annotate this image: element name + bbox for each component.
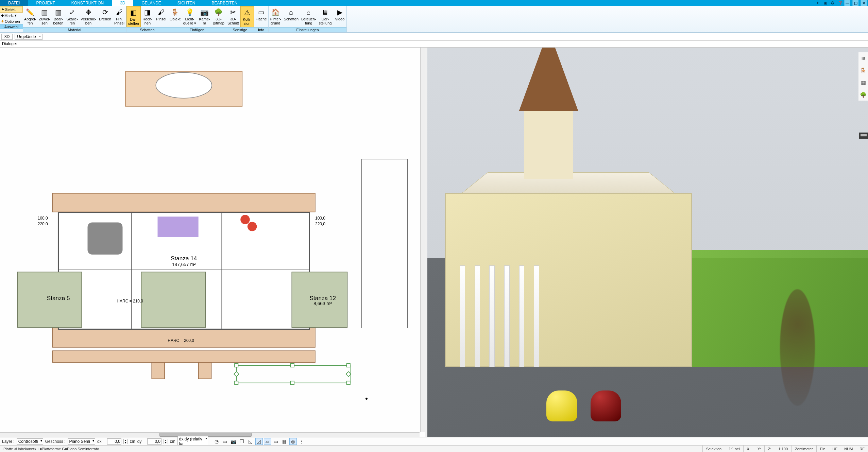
optbar-angle1-icon[interactable]: ◺ [247, 438, 254, 445]
terrain-dropdown[interactable]: Urgelände [15, 34, 42, 40]
3d-bitmap-icon: 🌳 [214, 7, 224, 17]
group-label-schatten: Schatten [126, 27, 168, 32]
plan-hscrollbar[interactable] [0, 432, 420, 437]
ribbon-pinsel[interactable]: 🖌Pinsel [154, 6, 168, 27]
context-chip-3d[interactable]: 3D [1, 34, 13, 40]
dy-input[interactable] [147, 438, 161, 445]
svg-rect-16 [87, 223, 122, 255]
optbar-angle2-icon[interactable]: ◿ [255, 438, 263, 445]
svg-text:8,663 m²: 8,663 m² [313, 301, 332, 306]
menu-tab-datei[interactable]: DATEI [0, 0, 28, 6]
optbar-plane-icon[interactable]: ▱ [264, 438, 271, 445]
ribbon-side-auswahl: ➤Selekt ◆Mark.▾ ✚Optionen Auswahl [0, 6, 23, 32]
ribbon-hin-pinsel[interactable]: 🖌Hin.Pinsel [113, 6, 126, 27]
tree-icon[interactable]: 🌳 [860, 91, 867, 99]
menu-tab-gelaende[interactable]: GELÄNDE [133, 0, 169, 6]
layer-dropdown[interactable]: Controsoffi [17, 438, 43, 445]
plan-vscrollbar[interactable] [420, 48, 425, 432]
menu-tab-konstruktion[interactable]: KONSTRUKTION [63, 0, 112, 6]
video-icon: ▶ [335, 7, 345, 17]
status-y: Y: [754, 446, 764, 452]
close-button[interactable]: ✕ [861, 0, 867, 6]
ribbon-3d-schnitt[interactable]: ✂3D-Schnitt [226, 6, 240, 27]
mark-tool[interactable]: ◆Mark.▾ [0, 13, 23, 18]
context-bar: 3D Urgelände [0, 33, 868, 41]
optbar-cam-icon[interactable]: 📷 [230, 438, 237, 445]
menu-tab-projekt[interactable]: PROJEKT [28, 0, 63, 6]
optbar-clock-icon[interactable]: ◔ [213, 438, 220, 445]
optbar-surface-icon[interactable]: ▭ [272, 438, 280, 445]
ribbon-flaeche[interactable]: ▭Fläche [254, 6, 268, 27]
minimize-button[interactable]: — [844, 0, 850, 6]
optbar-stack-icon[interactable]: ❐ [238, 438, 246, 445]
svg-text:220,0: 220,0 [38, 222, 48, 226]
help-icon[interactable]: ❓ [837, 0, 843, 6]
ribbon-lichtquelle[interactable]: 💡Licht-quelle ▾ [182, 6, 198, 27]
util-icon-3[interactable]: ✪ [830, 0, 835, 6]
scene-3d[interactable] [427, 48, 868, 437]
options-tool[interactable]: ✚Optionen [0, 18, 23, 24]
lichtquelle-icon: 💡 [185, 7, 195, 17]
dy-spinner[interactable]: ▲▼ [164, 439, 168, 444]
ribbon-schatten-set[interactable]: ⌂Schatten [283, 6, 300, 27]
util-icon-1[interactable]: ✦ [815, 0, 820, 6]
optbar-rec-icon[interactable]: ▭ [221, 438, 229, 445]
maximize-button[interactable]: ▢ [852, 0, 858, 6]
ribbon-3d-bitmap[interactable]: 🌳3D-Bitmap [211, 6, 226, 27]
ribbon-drehen[interactable]: ⟳Drehen [98, 6, 113, 27]
chair-icon[interactable]: 🪑 [860, 67, 867, 74]
geschoss-dropdown[interactable]: Piano Semi [68, 438, 95, 445]
ribbon-bearbeiten[interactable]: ▥Bear-beiten [51, 6, 65, 27]
status-unit: Zentimeter [791, 446, 816, 452]
status-sel: 1:1 sel [725, 446, 743, 452]
svg-text:Stanza 12: Stanza 12 [310, 295, 336, 301]
svg-rect-26 [52, 351, 315, 362]
beleuchtung-icon: ⌂ [304, 7, 314, 17]
ribbon-abgreifen[interactable]: ✏️Abgrei-fen [23, 6, 37, 27]
ribbon-skalieren[interactable]: ⤢Skalie-ren [65, 6, 79, 27]
view-3d-pane[interactable]: ≋ 🪑 ▦ 🌳 [427, 48, 868, 437]
dx-label: dx = [97, 439, 105, 444]
ribbon-hintergrund[interactable]: 🏠Hinter-grund [269, 6, 283, 27]
menu-tab-3d[interactable]: 3D [112, 0, 133, 6]
ribbon-zuweisen[interactable]: ▥Zuwei-sen [37, 6, 51, 27]
optbar-grid-icon[interactable]: ▦ [281, 438, 288, 445]
svg-rect-28 [199, 362, 211, 379]
svg-text:220,0: 220,0 [315, 222, 325, 226]
dx-spinner[interactable]: ▲▼ [123, 439, 128, 444]
plan-2d-pane[interactable]: Stanza 14 147,657 m² Stanza 5 Stanza 12 … [0, 48, 425, 437]
optbar-target-icon[interactable]: ◎ [289, 438, 297, 445]
dx-input[interactable] [107, 438, 121, 445]
ribbon-video[interactable]: ▶Video [333, 6, 346, 27]
optbar-dots-icon[interactable]: ⋮ [298, 438, 305, 445]
group-label-sonstige: Sonstige [226, 27, 254, 32]
ribbon-verschieben[interactable]: ✥Verschie-ben [79, 6, 98, 27]
floorplan-canvas[interactable]: Stanza 14 147,657 m² Stanza 5 Stanza 12 … [0, 48, 420, 432]
verschieben-icon: ✥ [83, 7, 93, 17]
layer-label: Layer : [2, 439, 15, 444]
menu-tab-sichten[interactable]: SICHTEN [169, 0, 204, 6]
status-scale: 1:100 [775, 446, 792, 452]
svg-rect-35 [235, 381, 238, 384]
options-bar: Layer : Controsoffi Geschoss : Piano Sem… [0, 437, 868, 445]
util-icon-2[interactable]: ▣ [822, 0, 828, 6]
ribbon-rechnen[interactable]: ◨Rech-nen [141, 6, 154, 27]
ribbon-objekt[interactable]: 🪑Objekt [168, 6, 182, 27]
dialoge-label: Dialoge: [2, 41, 17, 46]
ribbon-darstellung[interactable]: 🖥Dar-stellung [317, 6, 333, 27]
geschoss-label: Geschoss : [45, 439, 66, 444]
pinsel-icon: 🖌 [156, 7, 166, 17]
dy-label: dy = [137, 439, 145, 444]
ribbon-kollision[interactable]: ⚠Kolli-sion [240, 6, 254, 27]
layers-icon[interactable]: ≋ [860, 54, 867, 62]
palette-icon[interactable]: ▦ [860, 79, 867, 86]
ribbon-beleuchtung[interactable]: ⌂Beleuch-tung [300, 6, 317, 27]
select-tool[interactable]: ➤Selekt [0, 6, 23, 13]
ribbon-darstellen[interactable]: ◧Dar-stellen [126, 6, 141, 27]
ribbon-kamera[interactable]: 📷Kame-ra [198, 6, 211, 27]
titlebar-util-icons: ✦ ▣ ✪ ❓ [815, 0, 844, 6]
bearbeiten-icon: ▥ [53, 7, 63, 17]
svg-rect-37 [347, 381, 350, 384]
panel-expand-handle[interactable] [859, 133, 868, 139]
menu-tab-bearbeiten[interactable]: BEARBEITEN [204, 0, 246, 6]
